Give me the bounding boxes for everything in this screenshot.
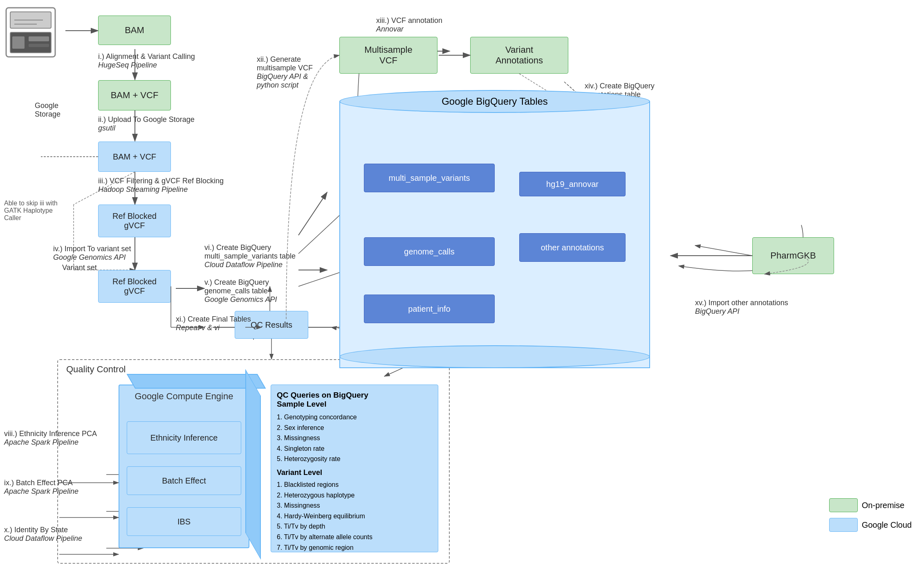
qc-variant-items: 1. Blacklisted regions 2. Heterozygous h…: [277, 479, 432, 553]
ethnicity-inference-box: Ethnicity Inference: [127, 421, 241, 454]
legend-blue-box: [829, 518, 858, 532]
step2-annotation: ii.) Upload To Google Storage gsutil: [98, 115, 195, 133]
ref-blocked-gvcf-1-box: Ref BlockedgVCF: [98, 205, 171, 237]
ref-blocked-gvcf-2-box: Ref BlockedgVCF: [98, 270, 171, 303]
patient-info-box: patient_info: [364, 295, 495, 323]
pharmagkb-box: PharmGKB: [752, 237, 834, 274]
skip-note: Able to skip iii with GATK Haplotype Cal…: [4, 200, 70, 222]
qc-sample-items: 1. Genotyping concordance 2. Sex inferen…: [277, 412, 432, 464]
quality-control-dashed-box: Quality Control Google Compute Engine Et…: [57, 359, 450, 564]
step10-annotation: x.) Identity By State Cloud Dataflow Pip…: [4, 526, 82, 543]
step12-annotation: xii.) Generatemultisample VCF BigQuery A…: [257, 55, 313, 90]
bam-vcf-2-box: BAM + VCF: [98, 142, 171, 172]
legend-google-cloud-label: Google Cloud: [862, 520, 912, 530]
step6-annotation: vi.) Create BigQuerymulti_sample_variant…: [204, 243, 296, 269]
multisample-vcf-box: MultisampleVCF: [339, 37, 437, 74]
bigquery-label: Google BigQuery Tables: [339, 96, 650, 107]
qc-queries-title: QC Queries on BigQuerySample Level: [277, 391, 432, 409]
quality-control-label: Quality Control: [66, 364, 126, 375]
bam-vcf-1-box: BAM + VCF: [98, 80, 171, 110]
step13-annotation: xiii.) VCF annotation Annovar: [376, 16, 442, 34]
server-icon: [4, 6, 57, 59]
variant-annotations-box: VariantAnnotations: [470, 37, 568, 74]
ibs-box: IBS: [127, 507, 241, 536]
qc-queries-box: QC Queries on BigQuerySample Level 1. Ge…: [271, 385, 438, 552]
bigquery-cylinder: Google BigQuery Tables multi_sample_vari…: [339, 90, 650, 368]
svg-line-39: [695, 245, 752, 256]
variant-set-label: Variant set: [62, 263, 97, 272]
hg19-annovar-box: hg19_annovar: [519, 172, 626, 196]
step5-annotation: v.) Create BigQuerygenome_calls table Go…: [204, 278, 277, 304]
google-storage-label: GoogleStorage: [35, 101, 61, 119]
genome-calls-box: genome_calls: [364, 237, 495, 266]
step11-annotation: xi.) Create Final Tables Repeat v & vi: [176, 315, 251, 332]
legend-google-cloud: Google Cloud: [829, 518, 912, 532]
legend-green-box: [829, 498, 858, 512]
legend-on-premise-label: On-premise: [862, 501, 904, 510]
batch-effect-box: Batch Effect: [127, 466, 241, 495]
step3-annotation: iii.) VCF Filtering & gVCF Ref Blocking …: [98, 177, 224, 194]
gce-side: [245, 369, 261, 560]
diagram-container: BAM i.) Alignment & Variant Calling Huge…: [0, 0, 924, 585]
multi-sample-variants-box: multi_sample_variants: [364, 164, 495, 192]
svg-rect-28: [29, 44, 49, 47]
step15-annotation: xv.) Import other annotations BigQuery A…: [695, 299, 788, 316]
variant-level-title: Variant Level: [277, 468, 432, 477]
svg-rect-27: [29, 36, 49, 41]
svg-rect-26: [12, 36, 25, 49]
svg-line-8: [298, 192, 327, 235]
bam-box: BAM: [98, 16, 171, 45]
step4-annotation: iv.) Import To variant set Google Genomi…: [53, 245, 131, 262]
step8-annotation: viii.) Ethnicity Inference PCA Apache Sp…: [4, 430, 97, 447]
step9-annotation: ix.) Batch Effect PCA Apache Spark Pipel…: [4, 479, 78, 496]
step1-annotation: i.) Alignment & Variant Calling HugeSeq …: [98, 52, 195, 70]
legend: On-premise Google Cloud: [829, 498, 912, 532]
other-annotations-box: other annotations: [519, 233, 626, 262]
legend-on-premise: On-premise: [829, 498, 912, 512]
